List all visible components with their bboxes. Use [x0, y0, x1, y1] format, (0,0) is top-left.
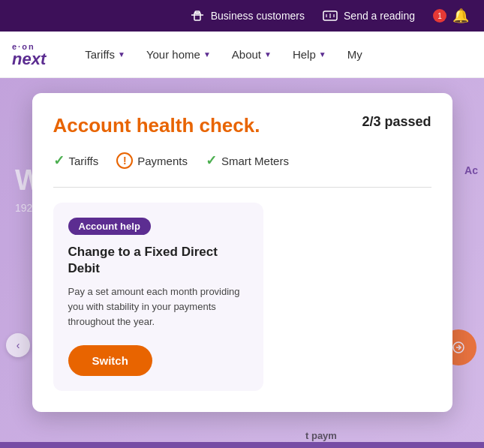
- checks-divider: [53, 187, 431, 188]
- tariffs-chevron-icon: ▼: [118, 50, 125, 59]
- account-help-card: Account help Change to a Fixed Direct De…: [53, 203, 263, 391]
- switch-button[interactable]: Switch: [68, 345, 152, 376]
- nav-about[interactable]: About ▼: [223, 42, 281, 67]
- payments-warn-icon: !: [116, 152, 133, 169]
- notification-icon: 🔔: [452, 8, 469, 24]
- your-home-chevron-icon: ▼: [203, 50, 211, 59]
- card-badge: Account help: [68, 218, 151, 235]
- payments-check-label: Payments: [137, 155, 188, 167]
- tariffs-check-icon: ✓: [53, 152, 65, 169]
- modal-score: 2/3 passed: [362, 114, 431, 130]
- notifications-link[interactable]: 1 🔔: [433, 8, 469, 24]
- about-chevron-icon: ▼: [264, 50, 272, 59]
- nav-tariffs[interactable]: Tariffs ▼: [76, 42, 134, 67]
- send-reading-label: Send a reading: [344, 10, 415, 22]
- checks-row: ✓ Tariffs ! Payments ✓ Smart Meters: [53, 152, 431, 169]
- modal-overlay: Account health check. 2/3 passed ✓ Tarif…: [0, 78, 484, 448]
- nav-help[interactable]: Help ▼: [284, 42, 335, 67]
- modal-header: Account health check. 2/3 passed: [53, 114, 431, 137]
- meter-icon: [323, 10, 338, 22]
- help-chevron-icon: ▼: [319, 50, 326, 59]
- main-nav: e·on next Tariffs ▼ Your home ▼ About ▼ …: [0, 32, 484, 78]
- card-title: Change to a Fixed Direct Debit: [68, 244, 248, 277]
- card-description: Pay a set amount each month providing yo…: [68, 284, 248, 329]
- logo-next: next: [12, 51, 46, 68]
- check-smart-meters: ✓ Smart Meters: [206, 152, 289, 169]
- nav-your-home[interactable]: Your home ▼: [137, 42, 220, 67]
- health-check-modal: Account health check. 2/3 passed ✓ Tarif…: [32, 93, 452, 412]
- check-tariffs: ✓ Tariffs: [53, 152, 99, 169]
- top-bar: Business customers Send a reading 1 🔔: [0, 0, 484, 32]
- logo[interactable]: e·on next: [12, 42, 46, 68]
- briefcase-icon: [190, 10, 205, 22]
- notification-badge: 1: [433, 9, 446, 23]
- nav-my[interactable]: My: [338, 42, 371, 67]
- business-customers-link[interactable]: Business customers: [190, 10, 305, 22]
- smart-meters-check-label: Smart Meters: [221, 155, 289, 167]
- send-reading-link[interactable]: Send a reading: [323, 10, 415, 22]
- tariffs-check-label: Tariffs: [69, 155, 99, 167]
- smart-meters-check-icon: ✓: [206, 152, 217, 169]
- check-payments: ! Payments: [116, 152, 188, 169]
- business-customers-label: Business customers: [211, 10, 305, 22]
- modal-title: Account health check.: [53, 114, 260, 137]
- nav-items: Tariffs ▼ Your home ▼ About ▼ Help ▼ My: [76, 42, 472, 67]
